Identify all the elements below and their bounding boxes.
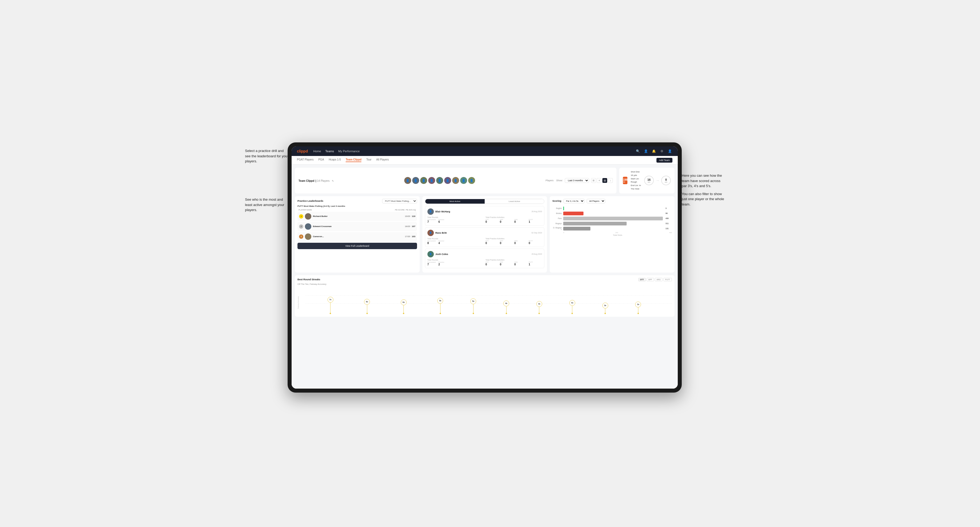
- grid-line-2: [305, 303, 672, 304]
- app-stat-3: APP 0: [500, 261, 513, 266]
- nav-home[interactable]: Home: [313, 149, 321, 153]
- shot-badge-sub: SC: [623, 181, 628, 183]
- subnav-teamclippd[interactable]: Team Clippd: [346, 158, 361, 162]
- pac-stats-3: Total Rounds Tournament 7 Practice: [428, 259, 542, 266]
- putt-stat-1: PUTT 1: [529, 219, 542, 223]
- show-select[interactable]: Last 3 months: [565, 178, 589, 183]
- view-leaderboard-button[interactable]: View Full Leaderboard: [298, 243, 417, 249]
- pars-row: Pars 499: [552, 217, 672, 221]
- tournament-stat-3: Tournament 7: [428, 261, 436, 266]
- drill-select[interactable]: PUTT Must Make Putting...: [382, 199, 417, 203]
- circle1-val: 16: [648, 178, 651, 181]
- lb-score-1: 19/20: [405, 215, 410, 217]
- view-icon-cards[interactable]: ▤: [602, 178, 607, 183]
- bubble-pin-4: 5x: [437, 298, 443, 314]
- streaks-app-btn[interactable]: APP: [647, 278, 654, 281]
- lb-title: Practice Leaderboards: [298, 200, 323, 202]
- lb-rank-1: 1: [299, 214, 303, 219]
- view-icon-sort[interactable]: ↕: [608, 178, 613, 183]
- activities-row-3: OTT 0 APP 0 ARG: [485, 261, 542, 266]
- settings-icon[interactable]: ⚙: [659, 149, 664, 154]
- lb-subtitle-period: Last 3 months: [331, 205, 345, 207]
- most-active-tab[interactable]: Most Active: [425, 199, 485, 204]
- practice-activities-group-1: Total Practice Activities OTT 0 APP: [485, 216, 542, 223]
- avatar-2[interactable]: 👤: [412, 177, 419, 184]
- subnav-tour[interactable]: Tour: [366, 158, 371, 162]
- edit-icon[interactable]: ✎: [332, 179, 334, 182]
- practice-label-3: Practice: [438, 261, 444, 263]
- sub-nav: PGAT Players PGA Hcaps 1-5 Team Clippd T…: [291, 156, 678, 165]
- subnav-pga[interactable]: PGA: [318, 158, 324, 162]
- x-tick-0: 0: [563, 232, 564, 233]
- circle2-unit: yds: [665, 181, 667, 183]
- avatar-6[interactable]: 👤: [444, 177, 451, 184]
- rounds-row-2: Tournament 8 Practice 4: [428, 240, 484, 244]
- nav-myperformance[interactable]: My Performance: [338, 149, 360, 153]
- eagles-bar: [563, 206, 564, 210]
- rounds-row-3: Tournament 7 Practice 2: [428, 261, 484, 266]
- streaks-ott-btn[interactable]: OTT: [638, 278, 646, 281]
- lb-row-1[interactable]: 1 Richard Butler 19/20 110: [298, 212, 417, 221]
- x-label: Total Shots: [552, 234, 672, 236]
- avatar-9[interactable]: 👤: [468, 177, 475, 184]
- avatar-icon[interactable]: 👤: [667, 149, 673, 154]
- avatar-1[interactable]: 👤: [404, 177, 411, 184]
- bubble-pin-6: 4x: [503, 300, 509, 314]
- lb-col-sq: PB AVG SQ: [406, 209, 416, 211]
- show-control: Show: Last 3 months ⊞ ≡ ▤ ↕: [556, 178, 613, 183]
- add-team-button[interactable]: Add Team: [657, 158, 673, 163]
- users-icon[interactable]: 👤: [643, 149, 648, 154]
- view-icon-grid[interactable]: ⊞: [591, 178, 596, 183]
- bubble-dot-8: [571, 313, 573, 314]
- scoring-header: Scoring Par 3, 4 & 5s All Players: [552, 199, 672, 203]
- lb-name-2: Edward Crossman: [313, 225, 403, 227]
- birdies-label: Birdies: [552, 213, 562, 214]
- total-rounds-group-2: Total Rounds Tournament 8 Practice: [428, 238, 484, 244]
- pac-avatar-2: 👤: [428, 230, 434, 236]
- bogeys-label: Bogeys: [552, 222, 562, 224]
- app-val-2: 0: [500, 242, 513, 244]
- lb-avatar-2: [305, 223, 311, 230]
- avatar-3[interactable]: 👤: [420, 177, 427, 184]
- shot-end-lie: End Lie: In The Hole: [631, 184, 641, 191]
- tournament-label-2: Tournament: [428, 240, 436, 242]
- scoring-par-filter[interactable]: Par 3, 4 & 5s: [563, 199, 584, 203]
- avatar-7[interactable]: 👤: [452, 177, 459, 184]
- lb-row-2[interactable]: 2 Edward Crossman 18/20 107: [298, 222, 417, 231]
- practice-stat-3: Practice 2: [438, 261, 444, 266]
- lb-sq-2: 107: [412, 225, 415, 227]
- nav-teams[interactable]: Teams: [325, 149, 334, 153]
- bubble-dot-1: [330, 313, 331, 314]
- bubble-stem-3: [403, 305, 404, 313]
- players-label: Players: [546, 179, 554, 182]
- bubble-circle-5: 5x: [470, 298, 476, 304]
- avatar-8[interactable]: 👤: [460, 177, 467, 184]
- subnav-allplayers[interactable]: All Players: [376, 158, 389, 162]
- scoring-player-filter[interactable]: All Players: [587, 199, 605, 203]
- streaks-putt-btn[interactable]: PUTT: [663, 278, 672, 281]
- lb-section-header: Practice Leaderboards PUTT Must Make Put…: [298, 199, 417, 203]
- practice-val-3: 2: [438, 263, 444, 266]
- avatar-4[interactable]: 👤: [428, 177, 435, 184]
- subnav-hcaps[interactable]: Hcaps 1-5: [329, 158, 341, 162]
- lb-name-1: Richard Butler: [313, 215, 403, 217]
- bubble-stem-4: [440, 304, 441, 313]
- bell-icon[interactable]: 🔔: [651, 149, 657, 154]
- practice-val-2: 4: [438, 242, 444, 244]
- avatar-5[interactable]: 👤: [436, 177, 443, 184]
- search-icon[interactable]: 🔍: [635, 149, 641, 154]
- least-active-tab[interactable]: Least Active: [485, 199, 544, 204]
- view-icon-list[interactable]: ≡: [597, 178, 601, 183]
- lb-row-3[interactable]: 3 Cameron... 17/20 103: [298, 232, 417, 241]
- subnav-pgat[interactable]: PGAT Players: [297, 158, 313, 162]
- streaks-filters: OTT APP ARG PUTT: [638, 278, 672, 281]
- lb-col-pb: PB SCORE: [395, 209, 405, 211]
- birdies-val: 96: [665, 213, 672, 214]
- activities-row-1: OTT 0 APP 0 ARG: [485, 219, 542, 223]
- birdies-bar-wrap: [563, 211, 664, 215]
- bubble-pin-10: 3x: [635, 302, 641, 314]
- bubble-pin-9: 3x: [602, 303, 608, 314]
- practice-activities-group-3: Total Practice Activities OTT 0 APP: [485, 259, 542, 266]
- streaks-arg-btn[interactable]: ARG: [655, 278, 663, 281]
- bubble-circle-8: 4x: [570, 300, 575, 306]
